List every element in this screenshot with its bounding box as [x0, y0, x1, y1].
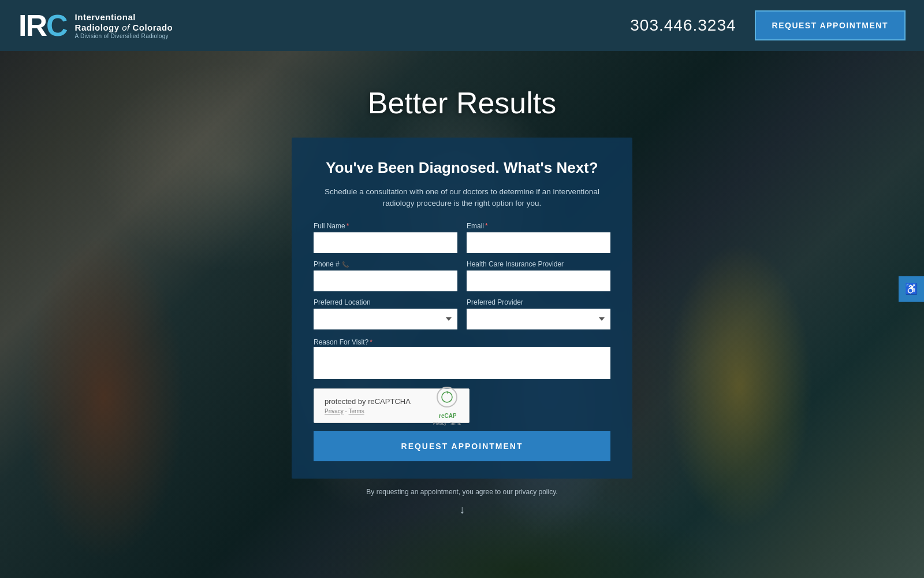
insurance-label: Health Care Insurance Provider	[467, 260, 610, 268]
fullname-label: Full Name*	[314, 222, 457, 230]
logo-text: Interventional Radiology of Colorado A D…	[75, 12, 173, 39]
site-header: IRC Interventional Radiology of Colorado…	[0, 0, 924, 51]
phone-number: 303.446.3234	[630, 16, 736, 35]
form-group-insurance: Health Care Insurance Provider	[467, 260, 610, 291]
form-row-2: Phone #📞 Health Care Insurance Provider	[314, 260, 610, 291]
email-input[interactable]	[467, 232, 610, 253]
form-subtitle: Schedule a consultation with one of our …	[314, 186, 610, 210]
svg-text:reCAPTCHA: reCAPTCHA	[439, 413, 456, 419]
appointment-form-card: You've Been Diagnosed. What's Next? Sche…	[292, 138, 632, 479]
hero-title: Better Results	[368, 86, 557, 120]
form-group-email: Email*	[467, 222, 610, 253]
fullname-input[interactable]	[314, 232, 457, 253]
hero-section: Better Results You've Been Diagnosed. Wh…	[0, 51, 924, 578]
logo-area: IRC Interventional Radiology of Colorado…	[18, 10, 173, 40]
recaptcha-label: protected by reCAPTCHA	[325, 397, 411, 406]
location-select[interactable]	[314, 309, 457, 329]
logo-irc: IRC	[18, 10, 67, 40]
form-group-location: Preferred Location	[314, 298, 457, 329]
header-right: 303.446.3234 REQUEST APPOINTMENT	[630, 10, 906, 40]
scroll-down-arrow[interactable]: ↓	[459, 503, 465, 516]
recaptcha-left: protected by reCAPTCHA Privacy - Terms	[325, 397, 411, 414]
form-group-phone: Phone #📞	[314, 260, 457, 291]
provider-select[interactable]	[467, 309, 610, 329]
location-label: Preferred Location	[314, 298, 457, 306]
form-title: You've Been Diagnosed. What's Next?	[314, 158, 610, 178]
accessibility-button[interactable]: ♿	[899, 276, 924, 302]
recaptcha-logo-icon: reCAPTCHA	[438, 409, 456, 421]
hero-content: Better Results You've Been Diagnosed. Wh…	[0, 51, 924, 516]
recaptcha-links: Privacy - Terms	[325, 408, 411, 414]
provider-label: Preferred Provider	[467, 298, 610, 306]
reason-label: Reason For Visit?*	[314, 338, 372, 346]
insurance-input[interactable]	[467, 271, 610, 291]
phone-label: Phone #📞	[314, 260, 457, 268]
request-appointment-form-button[interactable]: REQUEST APPOINTMENT	[314, 431, 610, 461]
recaptcha-widget[interactable]: protected by reCAPTCHA Privacy - Terms	[314, 388, 470, 423]
reason-textarea[interactable]	[314, 347, 610, 379]
form-group-fullname: Full Name*	[314, 222, 457, 253]
phone-input[interactable]	[314, 271, 457, 291]
recaptcha-google-text: Privacy - Terms	[433, 421, 461, 425]
email-label: Email*	[467, 222, 610, 230]
form-row-reason: Reason For Visit?*	[314, 336, 610, 381]
privacy-note: By requesting an appointment, you agree …	[366, 488, 557, 496]
brand-name: Interventional Radiology of Colorado	[75, 12, 173, 33]
request-appointment-header-button[interactable]: REQUEST APPOINTMENT	[755, 10, 906, 40]
form-row-3: Preferred Location Preferred Provider	[314, 298, 610, 329]
accessibility-icon: ♿	[905, 283, 918, 295]
recaptcha-checkbox[interactable]	[437, 387, 457, 407]
brand-tagline: A Division of Diversified Radiology	[75, 33, 173, 39]
form-row-1: Full Name* Email*	[314, 222, 610, 253]
form-group-provider: Preferred Provider	[467, 298, 610, 329]
